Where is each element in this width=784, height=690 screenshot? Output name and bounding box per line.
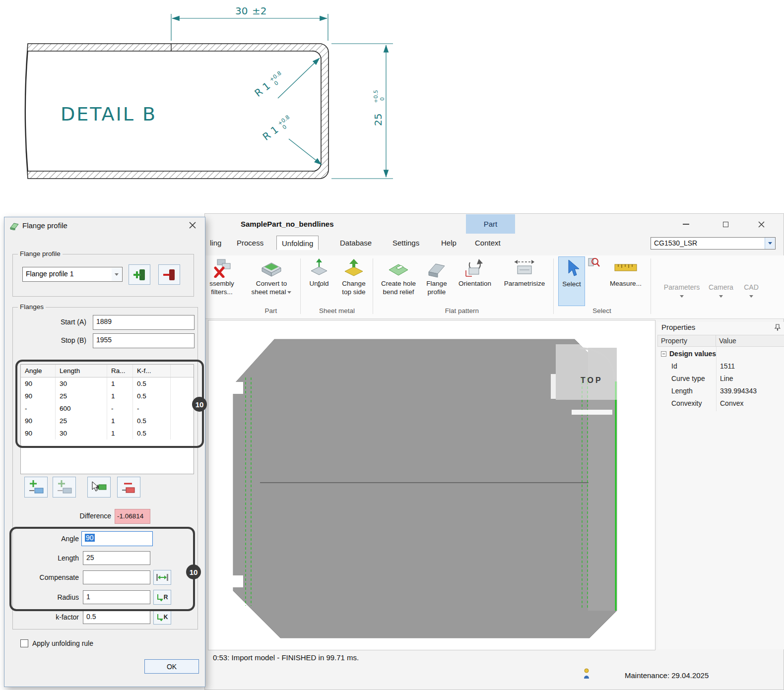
property-row[interactable]: Id 1511 (657, 360, 784, 373)
property-row[interactable]: Length 339.994343 (657, 385, 784, 397)
flange-profile-select[interactable]: Flange profile 1 (22, 267, 123, 282)
dim-height-tol-lower: 0 (379, 97, 386, 101)
ribbon-camera[interactable]: Camera (706, 283, 736, 298)
add-flange-after-button[interactable] (53, 477, 76, 498)
ribbon-parameters[interactable]: Parameters (660, 283, 703, 298)
column-divider (716, 347, 717, 411)
viewport[interactable]: TOP (208, 320, 655, 650)
cell: 25 (56, 390, 107, 402)
flange-table[interactable]: Angle Length Ra... K-f... 90 30 1 0.5 90… (20, 364, 194, 474)
select-dropdown-button[interactable] (112, 268, 122, 281)
ribbon-divider (300, 258, 301, 314)
radius-bottom-value: R 1 (261, 124, 281, 143)
remove-profile-button[interactable] (158, 264, 180, 285)
dialog-close-button[interactable] (184, 218, 201, 232)
dim-width: 30 ±2 (171, 5, 328, 41)
cell (171, 427, 193, 439)
tab-part[interactable]: Part (466, 214, 515, 234)
zoom-select-icon[interactable] (588, 256, 600, 270)
ok-button[interactable]: OK (144, 659, 199, 674)
ribbon-create-hole-bend-relief[interactable]: Create hole bend relief (376, 256, 421, 306)
column-header-value[interactable]: Value (716, 335, 784, 347)
menu-item-settings[interactable]: Settings (388, 236, 424, 250)
ribbon-measure[interactable]: Measure... (601, 256, 651, 306)
combobox-dropdown-button[interactable] (765, 238, 775, 249)
table-row[interactable]: 90 25 1 0.5 (21, 390, 194, 402)
ribbon-label: Parameters (664, 283, 700, 291)
ribbon-orientation[interactable]: Orientation (452, 256, 498, 306)
ribbon-group-sheet-metal: Sheet metal (312, 307, 362, 314)
material-combobox[interactable]: CG1530_LSR (651, 237, 776, 250)
property-row[interactable]: Convexity Convex (657, 397, 784, 410)
collapse-icon[interactable] (661, 351, 666, 357)
close-button[interactable] (750, 217, 773, 232)
ribbon-label: profile (422, 288, 451, 296)
cell: 0.5 (133, 415, 171, 427)
difference-label: Difference (59, 512, 111, 520)
detail-label: DETAIL B (61, 103, 157, 125)
maximize-button[interactable] (714, 217, 737, 232)
ribbon-assembly-filters[interactable]: ssembly filters... (206, 256, 238, 306)
create-hole-bend-relief-icon (376, 256, 421, 279)
ribbon-select[interactable]: Select (558, 256, 585, 306)
ribbon-convert-to-sheet-metal[interactable]: Convert to sheet metal (244, 256, 299, 306)
table-row[interactable]: 90 30 1 0.5 (21, 377, 194, 390)
cell: - (133, 402, 171, 415)
property-row[interactable]: Curve type Line (657, 373, 784, 385)
menu-item-database[interactable]: Database (335, 236, 377, 250)
status-message: 0:53: Import model - FINISHED in 99.71 m… (213, 653, 359, 662)
table-row[interactable]: 90 25 1 0.5 (21, 415, 194, 427)
angle-label: Angle (24, 535, 79, 543)
angle-input[interactable]: 90 (81, 531, 153, 546)
stop-input[interactable]: 1955 (93, 333, 195, 348)
ribbon-unfold[interactable]: Unfold (304, 256, 334, 306)
flange-table-header[interactable]: Angle (21, 365, 56, 377)
property-name: Convexity (671, 397, 702, 410)
menu-item-unfolding[interactable]: Unfolding (276, 236, 319, 250)
add-row-disabled-icon (57, 480, 72, 494)
minimize-button[interactable] (674, 217, 697, 232)
chevron-down-icon (680, 295, 684, 298)
chevron-down-icon (287, 291, 291, 294)
radius-picker-button[interactable]: R (153, 590, 171, 605)
properties-group-row[interactable]: Design values (657, 348, 784, 360)
table-row[interactable]: 90 30 1 0.5 (21, 427, 194, 439)
column-header-property[interactable]: Property (657, 335, 716, 347)
menu-item-modeling[interactable]: ling (205, 236, 226, 250)
menu-item-help[interactable]: Help (436, 236, 461, 250)
cell: - (107, 402, 133, 415)
add-profile-button[interactable] (129, 264, 150, 285)
flange-table-header[interactable]: Ra... (107, 365, 133, 377)
remove-flange-button[interactable] (117, 477, 140, 498)
ribbon-label: CAD (744, 283, 759, 291)
add-profile-icon (132, 268, 146, 282)
start-input[interactable]: 1889 (93, 315, 195, 330)
kfactor-input[interactable]: 0.5 (83, 610, 150, 624)
radius-input[interactable]: 1 (83, 590, 150, 604)
flange-table-header[interactable]: Length (56, 365, 107, 377)
property-value: Line (720, 373, 733, 385)
table-row[interactable]: - 600 - - (21, 402, 194, 415)
remove-profile-icon (162, 268, 176, 282)
menu-item-process[interactable]: Process (232, 236, 268, 250)
ribbon-label: Camera (709, 283, 733, 291)
cell: 30 (56, 377, 107, 390)
ribbon-change-top-side[interactable]: Change top side (335, 256, 373, 306)
length-input[interactable]: 25 (83, 551, 150, 565)
flange-table-header[interactable]: K-f... (133, 365, 171, 377)
compensate-input[interactable] (83, 570, 150, 584)
cell: 90 (21, 415, 56, 427)
ribbon-cad[interactable]: CAD (740, 283, 763, 298)
add-flange-before-button[interactable] (24, 477, 48, 498)
kfactor-picker-button[interactable]: K (153, 610, 171, 625)
pin-icon[interactable] (774, 324, 781, 332)
compensate-button[interactable] (153, 570, 171, 585)
cell (171, 390, 193, 402)
cell: 0.5 (133, 390, 171, 402)
menu-item-context[interactable]: Context (470, 236, 506, 250)
flat-pattern-view[interactable]: TOP (208, 320, 655, 650)
apply-unfolding-rule-checkbox[interactable] (20, 639, 28, 647)
annotation-badge-table: 10 (192, 397, 207, 412)
ribbon-flange-profile[interactable]: Flange profile (422, 256, 451, 306)
ribbon-parametrisize[interactable]: Parametrisize (499, 256, 550, 306)
